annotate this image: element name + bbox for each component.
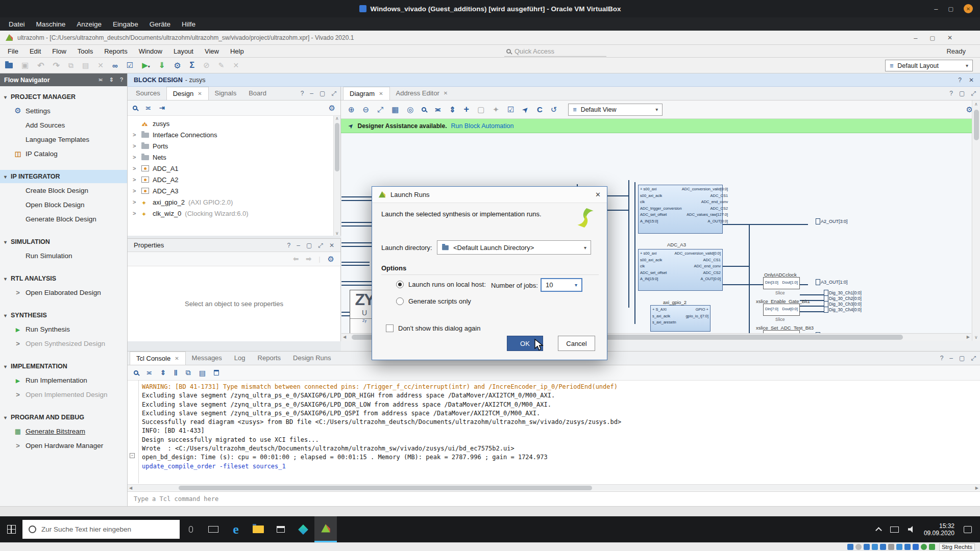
block-pin[interactable]: clk <box>640 199 682 206</box>
clear-console-icon[interactable] <box>214 370 219 375</box>
file-explorer-icon[interactable] <box>247 516 270 542</box>
quick-access-input[interactable]: Quick Access <box>504 46 606 57</box>
flow-nav-item[interactable]: Settings <box>0 104 127 118</box>
dont-show-checkbox[interactable] <box>386 324 394 332</box>
tab-design[interactable]: Design <box>166 87 209 100</box>
launch-directory-select[interactable]: <Default Launch Directory> <box>437 240 591 255</box>
open-project-icon[interactable] <box>5 63 13 68</box>
save-log-icon[interactable]: ▤ <box>199 369 206 377</box>
vbox-maximize-button[interactable] <box>948 6 953 12</box>
collapse-icon[interactable]: ≍ <box>434 105 441 114</box>
customize-wrench-icon[interactable]: ✦ <box>493 105 499 114</box>
section-header[interactable]: RTL ANALYSIS <box>0 272 127 285</box>
scroll-up-icon[interactable] <box>335 116 339 121</box>
tree-scrollbar[interactable] <box>333 116 340 236</box>
stop-icon[interactable]: ⊘ <box>203 61 210 70</box>
collapse-all-icon[interactable]: ≍ <box>146 369 152 377</box>
collapse-all-icon[interactable]: ≍ <box>145 104 151 112</box>
tree-row[interactable]: ADC_A2 <box>128 174 340 185</box>
tree-row[interactable]: ADC_A1 <box>128 163 340 174</box>
zoom-fit-icon[interactable]: ⤢ <box>377 105 383 114</box>
close-icon[interactable] <box>379 87 383 101</box>
vbox-close-button[interactable]: ✕ <box>964 4 973 13</box>
store-icon[interactable] <box>270 516 292 542</box>
clear-icon[interactable]: ✕ <box>233 61 239 69</box>
block-pin[interactable]: Din[3:0] <box>765 280 778 286</box>
expand-chevron-icon[interactable] <box>133 199 138 205</box>
block-pin[interactable]: GPIO + <box>685 307 708 313</box>
volume-icon[interactable] <box>908 526 915 533</box>
minimize-icon[interactable] <box>297 242 300 249</box>
section-header[interactable]: PROGRAM AND DEBUG <box>0 411 127 424</box>
vivado-menu-item[interactable]: File <box>2 45 24 58</box>
console-hscrollbar[interactable] <box>128 484 980 491</box>
vbox-menu-item[interactable]: Eingabe <box>107 17 144 31</box>
tab-reports[interactable]: Reports <box>252 352 287 365</box>
notification-icon[interactable] <box>964 526 972 533</box>
paste-icon[interactable]: ▤ <box>82 61 89 69</box>
vivado-maximize-button[interactable] <box>930 35 935 41</box>
close-icon[interactable] <box>329 242 334 249</box>
search-icon[interactable] <box>422 107 426 112</box>
vbox-menu-item[interactable]: Hilfe <box>176 17 201 31</box>
expand-chevron-icon[interactable] <box>133 132 138 138</box>
expand-chevron-icon[interactable] <box>133 210 138 216</box>
block-pin[interactable]: ADC_conversion_valid[0:0] <box>682 186 728 193</box>
vbox-menu-item[interactable]: Maschine <box>31 17 71 31</box>
copy-icon[interactable]: ⧉ <box>68 61 74 70</box>
block-pin[interactable]: + S_AXI <box>652 307 676 313</box>
expand-all-icon[interactable]: ⇕ <box>109 77 114 83</box>
redo-icon[interactable]: ↷ <box>53 61 60 70</box>
close-icon[interactable] <box>198 87 202 101</box>
expand-chevron-icon[interactable] <box>133 165 138 171</box>
zoom-out-icon[interactable]: ⊖ <box>363 105 370 114</box>
close-icon[interactable] <box>444 87 448 100</box>
tab-tcl-console[interactable]: Tcl Console <box>130 352 186 365</box>
radio-generate-scripts-label[interactable]: Generate scripts only <box>408 297 471 305</box>
vivado-menu-item[interactable]: Layout <box>168 45 199 58</box>
tab-log[interactable]: Log <box>228 352 252 365</box>
reroute-icon[interactable]: ↺ <box>551 105 557 114</box>
close-icon[interactable] <box>969 77 974 84</box>
flow-nav-item[interactable]: Open Block Design <box>0 197 127 212</box>
tab-design-runs[interactable]: Design Runs <box>287 352 337 365</box>
vivado-minimize-button[interactable] <box>914 34 917 42</box>
vbox-menu-item[interactable]: Datei <box>3 17 31 31</box>
adc-a3-block[interactable]: + s00_axis00_axi_aclkclkADC_set_offsetA_… <box>638 249 723 291</box>
block-pin[interactable]: Din[7:0] <box>765 306 778 313</box>
block-pin[interactable]: A_OUT[0:0] <box>675 276 721 283</box>
dialog-close-button[interactable] <box>595 191 601 198</box>
tree-row[interactable]: Interface Connections <box>128 129 340 140</box>
tab-address-editor[interactable]: Address Editor <box>390 87 454 100</box>
maximize-icon[interactable] <box>959 90 965 97</box>
select-area-icon[interactable]: ▦ <box>391 105 399 114</box>
maximize-icon[interactable] <box>320 90 325 97</box>
tree-row[interactable]: clk_wiz_0 (Clocking Wizard:6.0) <box>128 208 340 219</box>
radio-launch-local[interactable] <box>396 281 404 288</box>
search-icon[interactable] <box>134 370 138 375</box>
vivado-menu-item[interactable]: Window <box>133 45 168 58</box>
diagram-vscrollbar[interactable] <box>972 101 980 341</box>
block-pin[interactable]: A_OUT[0:0] <box>682 218 728 225</box>
close-icon[interactable] <box>175 352 179 365</box>
output-port[interactable]: Dig_30_Ch1[0:0] <box>824 290 862 295</box>
console-output[interactable]: WARNING: [BD 41-1731] Type mismatch betw… <box>142 383 974 483</box>
block-pin[interactable]: s_axi_aclk <box>652 313 676 320</box>
undo-icon[interactable]: ↶ <box>37 61 44 70</box>
vbox-minimize-button[interactable] <box>934 5 938 13</box>
tray-expand-icon[interactable] <box>875 527 882 534</box>
slice-block[interactable]: Din[3:0]Dout[1:0] <box>763 277 800 289</box>
expand-all-icon[interactable]: ⇕ <box>160 369 166 377</box>
edge-browser-icon[interactable]: e <box>225 516 247 542</box>
vivado-menu-item[interactable]: Edit <box>24 45 46 58</box>
find-icon[interactable]: ∞ <box>112 61 118 70</box>
block-pin[interactable]: ADC_trigger_conversion <box>640 206 682 212</box>
output-port[interactable]: Dig_30_Ch3[0:0] <box>824 302 862 307</box>
tree-row[interactable]: Ports <box>128 140 340 152</box>
help-icon[interactable] <box>301 90 304 97</box>
block-pin[interactable]: s00_axi_aclk <box>640 257 667 264</box>
block-pin[interactable]: s_axi_aresetn <box>652 319 676 326</box>
flow-nav-item[interactable]: Run Implementation <box>0 373 127 387</box>
network-icon[interactable] <box>890 527 899 533</box>
block-pin[interactable]: ADC_set_offset <box>640 270 667 277</box>
